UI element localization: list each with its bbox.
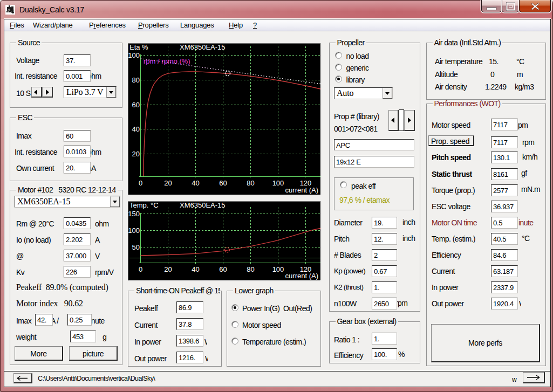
svg-text:20: 20: [164, 265, 172, 273]
svg-text:current (A): current (A): [285, 272, 318, 280]
svg-text:80: 80: [247, 265, 254, 273]
svg-text:20: 20: [132, 150, 140, 158]
svg-text:XM6350EA-15: XM6350EA-15: [180, 202, 226, 209]
svg-text:40: 40: [192, 265, 199, 273]
svg-text:20: 20: [164, 179, 172, 187]
svg-text:current (A): current (A): [285, 186, 318, 194]
svg-text:60: 60: [219, 265, 227, 273]
svg-text:60: 60: [219, 179, 227, 187]
svg-text:100: 100: [128, 226, 140, 235]
svg-text:80: 80: [132, 76, 140, 84]
svg-text:Temp. °C: Temp. °C: [129, 202, 159, 209]
svg-text:rpm / rpmo (%): rpm / rpmo (%): [144, 57, 190, 65]
svg-text:100: 100: [272, 265, 284, 273]
svg-text:0: 0: [139, 179, 142, 187]
svg-text:150: 150: [128, 210, 140, 218]
svg-text:50: 50: [132, 243, 140, 251]
svg-text:100: 100: [128, 51, 140, 59]
svg-text:100: 100: [272, 179, 284, 187]
svg-text:60: 60: [132, 101, 140, 109]
svg-text:80: 80: [247, 179, 254, 187]
svg-text:40: 40: [132, 125, 140, 133]
svg-text:40: 40: [192, 179, 199, 187]
svg-text:XM6350EA-15: XM6350EA-15: [180, 44, 226, 51]
svg-text:0: 0: [139, 265, 142, 273]
svg-text:Eta %: Eta %: [129, 44, 148, 51]
